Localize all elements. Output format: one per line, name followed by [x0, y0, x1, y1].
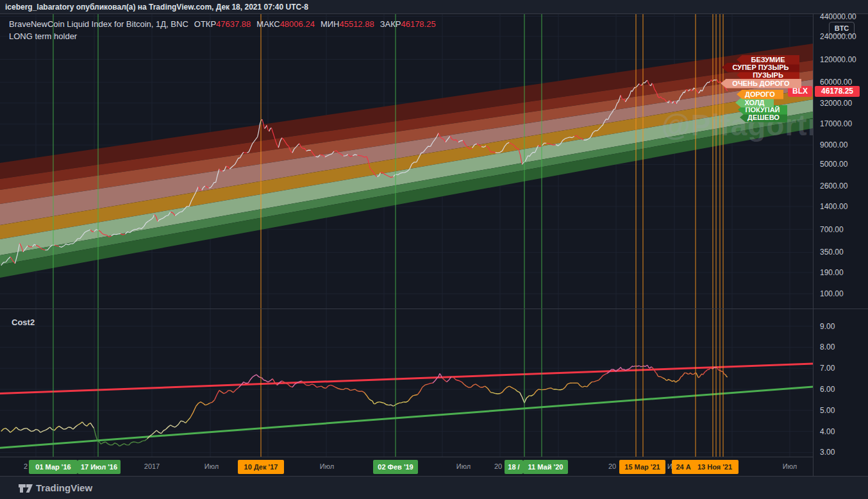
time-event-label: 11 Май '20	[523, 460, 568, 474]
price-axis-tick: 2600.00	[820, 182, 847, 190]
value-axis-tick: 6.00	[820, 385, 835, 394]
time-axis[interactable]: 22017ИюлИюлИюл2020ИИюл01 Мар '1617 Июл '…	[0, 457, 813, 476]
time-event-label: 15 Мар '21	[619, 460, 665, 474]
time-axis-tick: 2	[24, 462, 28, 470]
time-axis-tick: Июл	[783, 462, 797, 470]
price-axis-tick: 240000.00	[820, 32, 856, 41]
publication-text: iceberg_labaratory опубликовал(а) на Tra…	[5, 3, 308, 12]
value-axis-tick: 3.00	[820, 448, 835, 457]
time-event-label: 17 Июл '16	[78, 460, 121, 474]
ohlc-value: 47637.88	[216, 19, 251, 29]
ohlc-value: 48006.24	[280, 19, 315, 29]
price-axis-tick: 9000.00	[820, 140, 847, 149]
zone-label: ДОРОГО	[737, 90, 783, 99]
price-axis-tick: 17000.00	[820, 119, 852, 128]
time-event-label: 02 Фев '19	[373, 460, 418, 474]
last-price-label: 46178.25	[815, 86, 860, 97]
value-axis-tick: 5.00	[820, 406, 835, 415]
ohlc-label: ОТКР	[194, 19, 216, 29]
zone-label: БЕЗУМИЕ	[737, 55, 799, 65]
footer-brand[interactable]: TradingView	[36, 482, 92, 493]
price-axis-tick: 32000.00	[820, 99, 852, 108]
price-axis-tick: 190.00	[820, 268, 844, 277]
ohlc-values: ОТКР47637.88МАКС48006.24МИН45512.88ЗАКР4…	[188, 19, 436, 29]
time-axis-tick: 20	[494, 462, 502, 470]
value-axis-tick: 7.00	[820, 364, 835, 373]
value-axis-tick: 8.00	[820, 343, 835, 351]
price-axis-tick: 440000.00	[820, 12, 856, 21]
time-axis-tick: 20	[608, 462, 616, 470]
price-axis[interactable]: BTC 440000.00240000.00120000.0060000.003…	[813, 14, 868, 476]
time-event-label: 18 /	[505, 460, 523, 474]
price-axis-tick: 100.00	[820, 289, 844, 298]
price-axis-tick: 5000.00	[820, 160, 847, 169]
tradingview-snapshot: iceberg_labaratory опубликовал(а) на Tra…	[0, 0, 868, 499]
symbol-title[interactable]: BraveNewCoin Liquid Index for Bitcoin, 1…	[9, 19, 188, 29]
chart-canvas[interactable]	[0, 14, 813, 457]
price-axis-tick: 1400.00	[820, 202, 847, 211]
lower-panel-indicator-label[interactable]: Cost2	[12, 317, 35, 327]
ohlc-label: МИН	[321, 19, 340, 29]
watermark: @Pifagortrade	[662, 108, 813, 142]
time-event-label: 01 Мар '16	[29, 460, 78, 474]
price-axis-tick: 700.00	[820, 225, 844, 234]
footer-bar: TradingView	[0, 476, 868, 499]
publication-bar: iceberg_labaratory опубликовал(а) на Tra…	[0, 0, 868, 14]
ohlc-label: МАКС	[256, 19, 280, 29]
time-axis-tick: 2017	[144, 462, 160, 470]
time-event-label: 10 Дек '17	[238, 460, 284, 474]
value-axis-tick: 9.00	[820, 322, 835, 331]
price-axis-tick: 120000.00	[820, 55, 856, 64]
tradingview-logo-icon[interactable]	[18, 482, 33, 495]
ohlc-label: ЗАКР	[380, 19, 401, 29]
ohlc-value: 45512.88	[339, 19, 374, 29]
chart-plot-area[interactable]: @Pifagortrade BraveNewCoin Liquid Index …	[0, 14, 813, 457]
zone-label: ХОЛД	[735, 98, 774, 108]
ohlc-value: 46178.25	[401, 19, 435, 29]
zone-label: ОЧЕНЬ ДОРОГО	[721, 79, 801, 89]
panel-divider[interactable]	[0, 309, 868, 309]
value-axis-tick: 4.00	[820, 427, 835, 436]
time-axis-tick: Июл	[204, 462, 219, 470]
indicator-subtitle[interactable]: LONG term holder	[9, 31, 436, 41]
time-event-label: 13 Ноя '21	[691, 460, 739, 474]
time-axis-tick: Июл	[320, 462, 334, 470]
chart-legend: BraveNewCoin Liquid Index for Bitcoin, 1…	[9, 19, 436, 41]
time-axis-tick: Июл	[456, 462, 471, 470]
price-axis-tick: 350.00	[820, 248, 844, 257]
